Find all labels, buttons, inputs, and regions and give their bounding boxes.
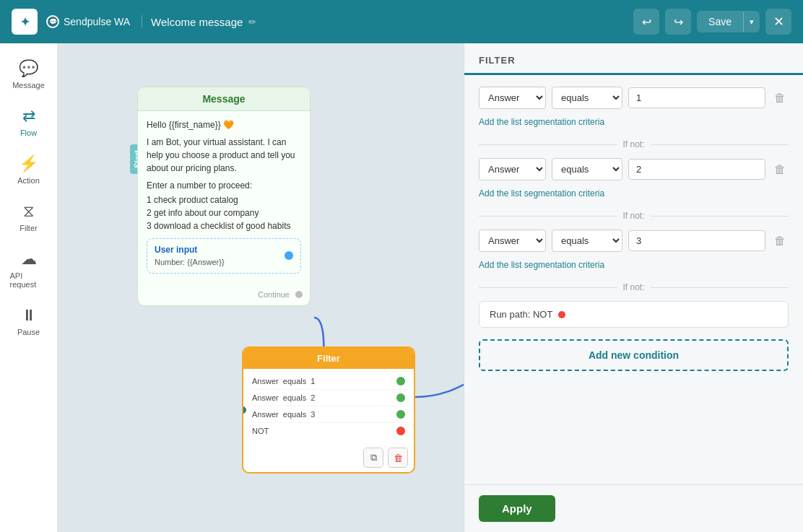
sidebar-item-message[interactable]: 💬 Message — [4, 52, 53, 97]
condition-field-select-3[interactable]: Answer Variable Tag — [479, 230, 546, 252]
if-not-divider-2: If not: — [479, 211, 789, 221]
message-body-line4: 1 check product catalog — [147, 193, 301, 206]
app-logo: ✦ — [12, 9, 38, 35]
redo-button[interactable]: ↪ — [665, 9, 691, 35]
run-path-label: Run path: NOT — [490, 309, 552, 320]
canvas: Start Message Hello {{first_name}} 🧡 I a… — [58, 43, 464, 532]
filter-panel-footer: Apply — [464, 484, 803, 532]
condition-value-input-2[interactable] — [628, 159, 765, 180]
page-title: Welcome message ✏ — [151, 16, 625, 28]
condition-delete-button-3[interactable]: 🗑 — [771, 232, 789, 250]
filter-dot-green-3 — [396, 410, 405, 419]
condition-value-input-1[interactable] — [628, 87, 765, 108]
continue-label: Continue — [258, 290, 290, 299]
sidebar-item-flow[interactable]: ⇄ Flow — [4, 100, 53, 144]
filter-icon: ⧖ — [23, 202, 34, 221]
condition-value-input-3[interactable] — [628, 230, 765, 251]
filter-row-text-1: Answer equals 1 — [252, 377, 396, 385]
message-node: Message Hello {{first_name}} 🧡 I am Bot,… — [137, 87, 311, 306]
filter-delete-button[interactable]: 🗑 — [388, 448, 408, 468]
message-body-line2: I am Bot, your virtual assistant. I can … — [147, 136, 301, 175]
condition-delete-button-2[interactable]: 🗑 — [771, 160, 789, 179]
condition-block-2: Answer Variable Tag equals not equals co… — [479, 158, 789, 199]
message-icon: 💬 — [19, 59, 38, 78]
if-not-divider-1: If not: — [479, 139, 789, 149]
sidebar-item-label: Action — [17, 176, 40, 185]
filter-row-text-2: Answer equals 2 — [252, 393, 396, 402]
filter-node-body: Answer equals 1 Answer equals 2 Answer e… — [243, 369, 414, 443]
if-not-label-1: If not: — [622, 139, 644, 149]
condition-delete-button-1[interactable]: 🗑 — [771, 89, 789, 108]
condition-row-2: Answer Variable Tag equals not equals co… — [479, 158, 789, 180]
message-body-line1: Hello {{first_name}} 🧡 — [147, 118, 301, 131]
filter-row-3: Answer equals 3 — [249, 406, 408, 423]
filter-node-header: Filter — [243, 348, 414, 369]
brand-name: 💬 Sendpulse WA — [46, 15, 142, 28]
user-input-box: User input Number: {{Answer}} — [147, 238, 301, 274]
filter-panel-title: FILTER — [479, 55, 789, 66]
condition-block-1: Answer Variable Tag equals not equals co… — [479, 87, 789, 128]
add-criteria-link-2[interactable]: Add the list segmentation criteria — [479, 188, 604, 199]
main-layout: 💬 Message ⇄ Flow ⚡ Action ⧖ Filter ☁ API… — [0, 43, 803, 532]
filter-row-2: Answer equals 2 — [249, 390, 408, 406]
filter-row-not: NOT — [249, 423, 408, 439]
user-input-dot — [285, 251, 293, 260]
sidebar-item-label: API request — [10, 271, 48, 289]
undo-button[interactable]: ↩ — [633, 9, 659, 35]
condition-operator-select-2[interactable]: equals not equals contains — [552, 158, 622, 180]
sidebar-item-label: Pause — [17, 328, 40, 336]
pause-icon: ⏸ — [21, 306, 37, 325]
brand-icon: 💬 — [46, 15, 59, 28]
add-criteria-link-1[interactable]: Add the list segmentation criteria — [479, 117, 604, 127]
add-criteria-link-3[interactable]: Add the list segmentation criteria — [479, 260, 604, 270]
sidebar: 💬 Message ⇄ Flow ⚡ Action ⧖ Filter ☁ API… — [0, 43, 58, 532]
run-path-dot — [558, 311, 565, 318]
condition-row-3: Answer Variable Tag equals not equals co… — [479, 230, 789, 252]
filter-panel-header: FILTER — [464, 43, 803, 75]
sidebar-item-pause[interactable]: ⏸ Pause — [4, 299, 53, 344]
filter-copy-button[interactable]: ⧉ — [363, 448, 383, 468]
flow-icon: ⇄ — [22, 107, 35, 126]
run-path-box: Run path: NOT — [479, 301, 789, 328]
message-node-body: Hello {{first_name}} 🧡 I am Bot, your vi… — [138, 111, 310, 287]
message-body-line3: Enter a number to proceed: — [147, 179, 301, 192]
add-condition-button[interactable]: Add new condition — [479, 339, 789, 371]
filter-panel-body: Answer Variable Tag equals not equals co… — [464, 75, 803, 484]
condition-operator-select-3[interactable]: equals not equals contains — [552, 230, 622, 252]
continue-row: Continue — [138, 287, 310, 305]
save-dropdown-button[interactable]: ▾ — [743, 12, 760, 32]
action-icon: ⚡ — [19, 154, 38, 173]
close-button[interactable]: ✕ — [765, 9, 791, 35]
if-not-label-2: If not: — [622, 211, 644, 221]
message-body-line6: 3 download a checklist of good habits — [147, 219, 301, 232]
api-icon: ☁ — [21, 250, 37, 269]
save-group: Save ▾ — [697, 11, 760, 32]
if-not-divider-3: If not: — [479, 282, 789, 292]
message-body-line5: 2 get info about our company — [147, 206, 301, 219]
filter-dot-red — [396, 427, 405, 435]
filter-row-text-not: NOT — [252, 427, 396, 435]
sidebar-item-action[interactable]: ⚡ Action — [4, 147, 53, 192]
condition-field-select-1[interactable]: Answer Variable Tag — [479, 87, 546, 109]
message-node-header: Message — [138, 87, 310, 111]
filter-dot-green-1 — [396, 377, 405, 385]
condition-row-1: Answer Variable Tag equals not equals co… — [479, 87, 789, 109]
apply-button[interactable]: Apply — [479, 495, 555, 522]
sidebar-item-filter[interactable]: ⧖ Filter — [4, 195, 53, 240]
condition-field-select-2[interactable]: Answer Variable Tag — [479, 158, 546, 180]
user-input-label: User input — [155, 243, 225, 256]
filter-dot-green-2 — [396, 393, 405, 402]
edit-title-icon[interactable]: ✏ — [248, 17, 256, 27]
filter-node: Filter Answer equals 1 Answer equals 2 A… — [242, 346, 415, 474]
user-input-subtext: Number: {{Answer}} — [155, 256, 225, 269]
topbar-actions: ↩ ↪ Save ▾ ✕ — [633, 9, 791, 35]
if-not-label-3: If not: — [622, 282, 644, 292]
filter-row-1: Answer equals 1 — [249, 373, 408, 390]
sidebar-item-label: Filter — [19, 224, 37, 232]
topbar: ✦ 💬 Sendpulse WA Welcome message ✏ ↩ ↪ S… — [0, 0, 803, 43]
save-button[interactable]: Save — [697, 11, 743, 32]
sidebar-item-label: Flow — [20, 128, 37, 137]
sidebar-item-api[interactable]: ☁ API request — [4, 243, 53, 296]
condition-block-3: Answer Variable Tag equals not equals co… — [479, 230, 789, 271]
condition-operator-select-1[interactable]: equals not equals contains — [552, 87, 622, 109]
